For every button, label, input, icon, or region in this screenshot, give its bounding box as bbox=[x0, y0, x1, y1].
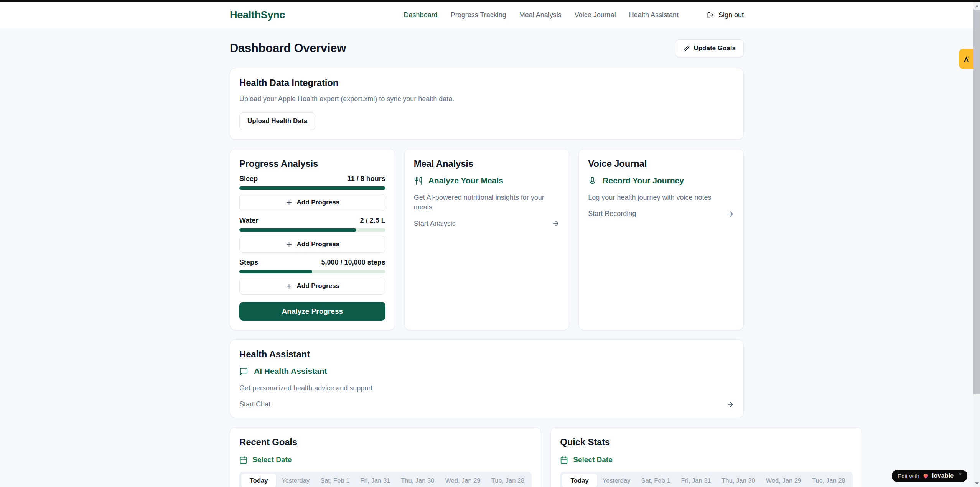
add-progress-steps-button[interactable]: Add Progress bbox=[239, 278, 385, 295]
date-tab-fri-jan-31[interactable]: Fri, Jan 31 bbox=[355, 474, 395, 487]
water-progress-fill bbox=[239, 228, 356, 232]
add-progress-label: Add Progress bbox=[297, 199, 339, 206]
date-tab-today[interactable]: Today bbox=[562, 474, 597, 487]
health-data-integration-card: Health Data Integration Upload your Appl… bbox=[230, 68, 744, 140]
voice-journal-card: Voice Journal Record Your Journey Log yo… bbox=[578, 149, 744, 330]
arrow-right-icon bbox=[726, 210, 734, 218]
ai-health-assistant-link[interactable]: AI Health Assistant bbox=[239, 367, 734, 376]
start-chat-link[interactable]: Start Chat bbox=[239, 400, 734, 408]
update-goals-button[interactable]: Update Goals bbox=[675, 39, 744, 57]
brand-logo[interactable]: HealthSync bbox=[230, 9, 285, 21]
nav-voice-journal[interactable]: Voice Journal bbox=[575, 11, 616, 19]
arrow-right-icon bbox=[726, 401, 734, 408]
sign-out-button[interactable]: Sign out bbox=[707, 11, 744, 19]
lovable-launcher-button[interactable] bbox=[959, 49, 973, 69]
add-progress-label: Add Progress bbox=[297, 240, 339, 248]
steps-progress-bar bbox=[239, 270, 385, 273]
main-content: Dashboard Overview Update Goals Health D… bbox=[230, 28, 744, 487]
date-tab-yesterday[interactable]: Yesterday bbox=[276, 474, 315, 487]
pencil-icon bbox=[683, 45, 690, 52]
edit-badge-brand: lovable bbox=[932, 472, 954, 479]
record-your-journey-link[interactable]: Record Your Journey bbox=[588, 176, 734, 185]
metric-steps-label: Steps bbox=[239, 258, 258, 267]
nav-dashboard[interactable]: Dashboard bbox=[404, 11, 438, 19]
start-recording-label: Start Recording bbox=[588, 210, 636, 218]
main-nav: Dashboard Progress Tracking Meal Analysi… bbox=[404, 11, 744, 19]
browser-viewport: HealthSync Dashboard Progress Tracking M… bbox=[0, 2, 973, 487]
plus-icon bbox=[285, 283, 293, 290]
microphone-icon bbox=[588, 176, 597, 185]
date-tab-sat-feb-1[interactable]: Sat, Feb 1 bbox=[315, 474, 355, 487]
edit-badge-prefix: Edit with bbox=[898, 473, 919, 479]
badge-close-icon[interactable]: × bbox=[959, 471, 962, 477]
scrollbar-thumb[interactable] bbox=[973, 10, 980, 394]
date-tab-tue-jan-28[interactable]: Tue, Jan 28 bbox=[807, 474, 851, 487]
health-assistant-card: Health Assistant AI Health Assistant Get… bbox=[230, 339, 744, 418]
metric-water: Water 2 / 2.5 L Add Progress bbox=[239, 217, 385, 253]
metric-sleep: Sleep 11 / 8 hours Add Progress bbox=[239, 175, 385, 211]
upload-health-data-button[interactable]: Upload Health Data bbox=[239, 112, 315, 130]
heart-icon bbox=[922, 473, 929, 479]
add-progress-water-button[interactable]: Add Progress bbox=[239, 236, 385, 253]
metric-steps: Steps 5,000 / 10,000 steps Add Progress bbox=[239, 258, 385, 295]
add-progress-sleep-button[interactable]: Add Progress bbox=[239, 194, 385, 211]
date-tab-thu-jan-30[interactable]: Thu, Jan 30 bbox=[395, 474, 440, 487]
metric-sleep-label: Sleep bbox=[239, 175, 258, 183]
select-date-label: Select Date bbox=[573, 456, 612, 464]
nav-meal-analysis[interactable]: Meal Analysis bbox=[519, 11, 562, 19]
start-analysis-label: Start Analysis bbox=[414, 220, 456, 228]
steps-progress-fill bbox=[239, 270, 312, 273]
utensils-icon bbox=[414, 176, 423, 185]
progress-analysis-card: Progress Analysis Sleep 11 / 8 hours Add… bbox=[230, 149, 395, 330]
meal-card-description: Get AI-powered nutritional insights for … bbox=[414, 193, 560, 212]
water-progress-bar bbox=[239, 228, 385, 232]
chat-bubble-icon bbox=[239, 367, 248, 376]
nav-health-assistant[interactable]: Health Assistant bbox=[629, 11, 679, 19]
sign-out-label: Sign out bbox=[718, 11, 744, 19]
page-title: Dashboard Overview bbox=[230, 41, 346, 55]
meal-analysis-card: Meal Analysis Analyze Your Meals Get AI-… bbox=[404, 149, 570, 330]
record-your-journey-label: Record Your Journey bbox=[603, 176, 684, 185]
scroll-up-arrow[interactable] bbox=[973, 2, 980, 10]
ai-health-assistant-label: AI Health Assistant bbox=[254, 367, 327, 376]
edit-with-lovable-badge[interactable]: Edit with lovable × bbox=[892, 470, 967, 482]
start-chat-label: Start Chat bbox=[239, 400, 270, 408]
metric-steps-value: 5,000 / 10,000 steps bbox=[321, 258, 385, 267]
calendar-icon bbox=[560, 456, 568, 464]
date-tab-sat-feb-1[interactable]: Sat, Feb 1 bbox=[636, 474, 675, 487]
recent-goals-title: Recent Goals bbox=[239, 437, 532, 448]
analyze-your-meals-link[interactable]: Analyze Your Meals bbox=[414, 176, 560, 185]
quick-stats-card: Quick Stats Select Date Today Yesterday … bbox=[550, 427, 862, 487]
metric-water-value: 2 / 2.5 L bbox=[360, 217, 385, 225]
arrow-right-icon bbox=[552, 220, 560, 227]
date-tab-tue-jan-28[interactable]: Tue, Jan 28 bbox=[486, 474, 530, 487]
integration-card-description: Upload your Apple Health export (export.… bbox=[239, 94, 734, 104]
date-tab-wed-jan-29[interactable]: Wed, Jan 29 bbox=[440, 474, 486, 487]
analyze-progress-button[interactable]: Analyze Progress bbox=[239, 302, 385, 321]
date-tab-fri-jan-31[interactable]: Fri, Jan 31 bbox=[676, 474, 716, 487]
date-tab-today[interactable]: Today bbox=[241, 474, 276, 487]
site-header: HealthSync Dashboard Progress Tracking M… bbox=[0, 2, 973, 28]
quick-stats-select-date[interactable]: Select Date bbox=[560, 456, 852, 464]
window-top-edge bbox=[0, 0, 980, 2]
analyze-your-meals-label: Analyze Your Meals bbox=[428, 176, 503, 185]
start-recording-link[interactable]: Start Recording bbox=[588, 210, 734, 218]
sleep-progress-bar bbox=[239, 186, 385, 190]
metric-sleep-value: 11 / 8 hours bbox=[348, 175, 385, 183]
date-tab-yesterday[interactable]: Yesterday bbox=[597, 474, 636, 487]
assistant-card-description: Get personalized health advice and suppo… bbox=[239, 383, 734, 393]
sleep-progress-fill bbox=[239, 186, 385, 190]
start-analysis-link[interactable]: Start Analysis bbox=[414, 220, 560, 228]
lovable-logo-icon bbox=[962, 54, 971, 64]
date-tab-wed-jan-29[interactable]: Wed, Jan 29 bbox=[761, 474, 807, 487]
nav-progress-tracking[interactable]: Progress Tracking bbox=[451, 11, 506, 19]
vertical-scrollbar[interactable] bbox=[973, 2, 980, 487]
scroll-down-arrow[interactable] bbox=[973, 480, 980, 487]
voice-card-description: Log your health journey with voice notes bbox=[588, 193, 734, 202]
quick-stats-title: Quick Stats bbox=[560, 437, 852, 448]
date-tab-thu-jan-30[interactable]: Thu, Jan 30 bbox=[716, 474, 761, 487]
recent-goals-select-date[interactable]: Select Date bbox=[239, 456, 532, 464]
update-goals-label: Update Goals bbox=[693, 44, 736, 52]
recent-goals-card: Recent Goals Select Date Today Yesterday… bbox=[230, 427, 541, 487]
select-date-label: Select Date bbox=[252, 456, 292, 464]
